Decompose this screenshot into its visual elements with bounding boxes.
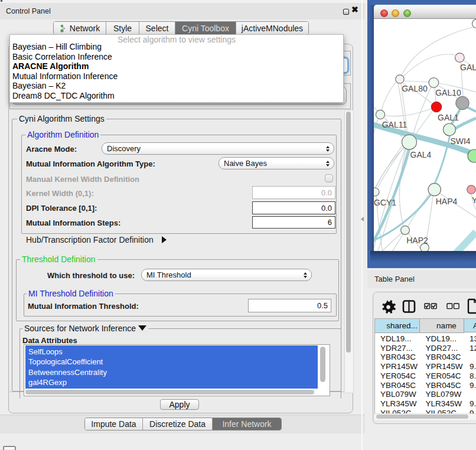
svg-text:GAL7: GAL7: [460, 63, 476, 72]
svg-text:GAL11: GAL11: [382, 120, 407, 129]
svg-text:GAL1: GAL1: [438, 113, 459, 122]
svg-text:HAP2: HAP2: [406, 236, 428, 245]
svg-text:GAL10: GAL10: [435, 88, 461, 97]
svg-text:GAL80: GAL80: [402, 84, 428, 93]
svg-text:GCY1: GCY1: [374, 198, 396, 207]
svg-text:GAL4: GAL4: [410, 150, 432, 159]
svg-text:SWI4: SWI4: [450, 136, 470, 146]
svg-text:YM: YM: [472, 195, 476, 205]
svg-text:HAP4: HAP4: [436, 197, 458, 206]
